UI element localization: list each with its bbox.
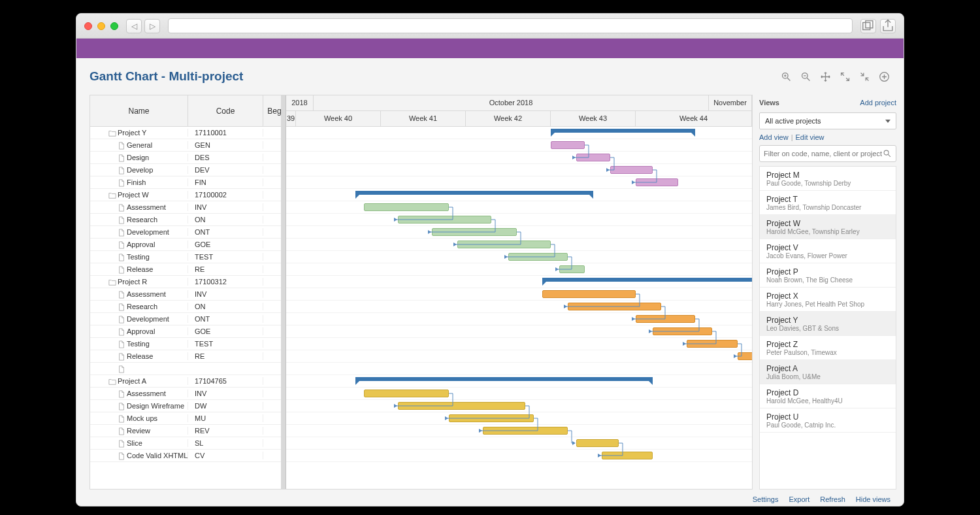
task-bar[interactable] xyxy=(432,228,517,236)
task-row[interactable]: ApprovalGOE xyxy=(90,325,286,338)
collapse-icon[interactable] xyxy=(858,70,871,83)
project-row[interactable]: Project A17104765 xyxy=(90,375,286,388)
task-row[interactable]: DevelopmentONT xyxy=(90,226,286,239)
task-row[interactable]: ReleaseRE xyxy=(90,263,286,276)
task-bar[interactable] xyxy=(483,427,568,435)
task-row[interactable]: AssessmentINV xyxy=(90,388,286,400)
project-summary-bar[interactable] xyxy=(542,278,753,282)
project-list-item[interactable]: Project PNoah Brown, The Big Cheese xyxy=(760,263,896,288)
task-bar[interactable] xyxy=(610,166,653,174)
task-bar[interactable] xyxy=(687,340,738,348)
task-row[interactable]: GeneralGEN xyxy=(90,139,286,152)
hide-views-link[interactable]: Hide views xyxy=(856,495,890,503)
zoom-in-icon[interactable] xyxy=(779,70,792,83)
task-row[interactable]: AssessmentINV xyxy=(90,201,286,214)
task-row[interactable]: Mock upsMU xyxy=(90,412,286,425)
back-button[interactable]: ◁ xyxy=(126,19,142,33)
task-bar[interactable] xyxy=(602,452,653,459)
task-row[interactable]: Code Valid XHTMLCV xyxy=(90,450,286,462)
edit-view-link[interactable]: Edit view xyxy=(796,133,825,141)
row-code: FIN xyxy=(188,178,263,186)
task-bar[interactable] xyxy=(636,178,678,186)
forward-button[interactable]: ▷ xyxy=(144,19,160,33)
project-row[interactable]: Project R17100312 xyxy=(90,276,286,288)
task-row[interactable]: ResearchON xyxy=(90,301,286,313)
filter-input[interactable] xyxy=(764,150,883,158)
close-window-icon[interactable] xyxy=(84,22,92,30)
task-bar[interactable] xyxy=(576,439,619,447)
add-view-link[interactable]: Add view xyxy=(759,133,789,141)
settings-link[interactable]: Settings xyxy=(753,495,779,503)
share-button[interactable] xyxy=(880,19,896,33)
url-bar[interactable] xyxy=(168,18,853,33)
project-row[interactable]: Project Y17110001 xyxy=(90,127,286,139)
project-row[interactable]: Project W17100002 xyxy=(90,189,286,201)
task-row[interactable]: ApprovalGOE xyxy=(90,239,286,251)
task-row[interactable]: TestingTEST xyxy=(90,338,286,350)
project-list-item[interactable]: Project TJames Bird, Township Doncaster xyxy=(760,191,896,215)
project-summary-bar[interactable] xyxy=(355,377,653,381)
task-row[interactable]: ResearchON xyxy=(90,214,286,226)
chart-row xyxy=(286,189,752,201)
task-bar[interactable] xyxy=(576,154,610,161)
svg-rect-0 xyxy=(863,22,870,29)
minimize-window-icon[interactable] xyxy=(97,22,105,30)
task-bar[interactable] xyxy=(738,352,753,360)
splitter[interactable] xyxy=(281,95,286,489)
gantt-chart-area[interactable] xyxy=(286,127,752,489)
refresh-link[interactable]: Refresh xyxy=(820,495,845,503)
task-bar[interactable] xyxy=(364,203,449,211)
task-row[interactable]: Design WireframeDW xyxy=(90,400,286,412)
task-bar[interactable] xyxy=(568,303,661,310)
expand-icon[interactable] xyxy=(838,70,851,83)
project-list-item[interactable]: Project AJulia Boom, U&Me xyxy=(760,360,896,384)
week-39: 39 xyxy=(286,111,296,126)
project-list-item[interactable]: Project ZPeter Paulson, Timewax xyxy=(760,336,896,360)
project-list-item[interactable]: Project UPaul Goode, Catnip Inc. xyxy=(760,408,896,433)
task-bar[interactable] xyxy=(508,253,568,261)
project-list-item[interactable]: Project MPaul Goode, Township Derby xyxy=(760,167,896,191)
task-bar[interactable] xyxy=(551,141,585,149)
project-summary-bar[interactable] xyxy=(551,129,695,133)
add-icon[interactable] xyxy=(877,70,890,83)
dependency-arrow-icon xyxy=(564,305,567,308)
dependency-arrow-icon xyxy=(572,441,576,445)
zoom-window-icon[interactable] xyxy=(110,22,118,30)
row-code: INV xyxy=(188,290,263,298)
project-list-item[interactable]: Project YLeo Davies, GBT & Sons xyxy=(760,312,896,336)
task-row[interactable]: ReleaseRE xyxy=(90,350,286,363)
task-row[interactable] xyxy=(90,363,286,375)
zoom-out-icon[interactable] xyxy=(799,70,812,83)
task-row[interactable]: DevelopDEV xyxy=(90,164,286,176)
task-row[interactable]: TestingTEST xyxy=(90,251,286,263)
task-row[interactable]: DevelopmentONT xyxy=(90,313,286,325)
task-bar[interactable] xyxy=(542,290,636,298)
task-row[interactable]: AssessmentINV xyxy=(90,288,286,301)
page-icon xyxy=(118,328,125,335)
project-list-item[interactable]: Project WHarold McGee, Township Earley xyxy=(760,215,896,239)
project-list-item[interactable]: Project XHarry Jones, Pet Health Pet Sho… xyxy=(760,288,896,312)
export-link[interactable]: Export xyxy=(789,495,809,503)
project-summary-bar[interactable] xyxy=(355,191,593,195)
task-bar[interactable] xyxy=(636,315,695,323)
task-bar[interactable] xyxy=(398,216,491,224)
move-icon[interactable] xyxy=(819,70,832,83)
view-selector[interactable]: All active projects xyxy=(759,112,896,129)
task-row[interactable]: SliceSL xyxy=(90,437,286,450)
task-bar[interactable] xyxy=(364,390,449,397)
dependency-arrow-icon xyxy=(632,180,635,184)
task-bar[interactable] xyxy=(449,414,534,422)
task-bar[interactable] xyxy=(653,327,712,335)
filter-search[interactable] xyxy=(759,145,896,162)
gantt-timeline[interactable]: 2018 October 2018 November 39 Week 40 We… xyxy=(286,95,752,489)
task-row[interactable]: DesignDES xyxy=(90,152,286,164)
project-list-item[interactable]: Project DHarold McGee, Healthy4U xyxy=(760,384,896,408)
task-bar[interactable] xyxy=(398,402,525,410)
task-row[interactable]: FinishFIN xyxy=(90,176,286,189)
task-bar[interactable] xyxy=(559,265,585,273)
task-bar[interactable] xyxy=(457,241,551,248)
task-row[interactable]: ReviewREV xyxy=(90,425,286,437)
add-project-link[interactable]: Add project xyxy=(860,99,896,107)
tabs-button[interactable] xyxy=(860,19,876,33)
project-list-item[interactable]: Project VJacob Evans, Flower Power xyxy=(760,239,896,263)
